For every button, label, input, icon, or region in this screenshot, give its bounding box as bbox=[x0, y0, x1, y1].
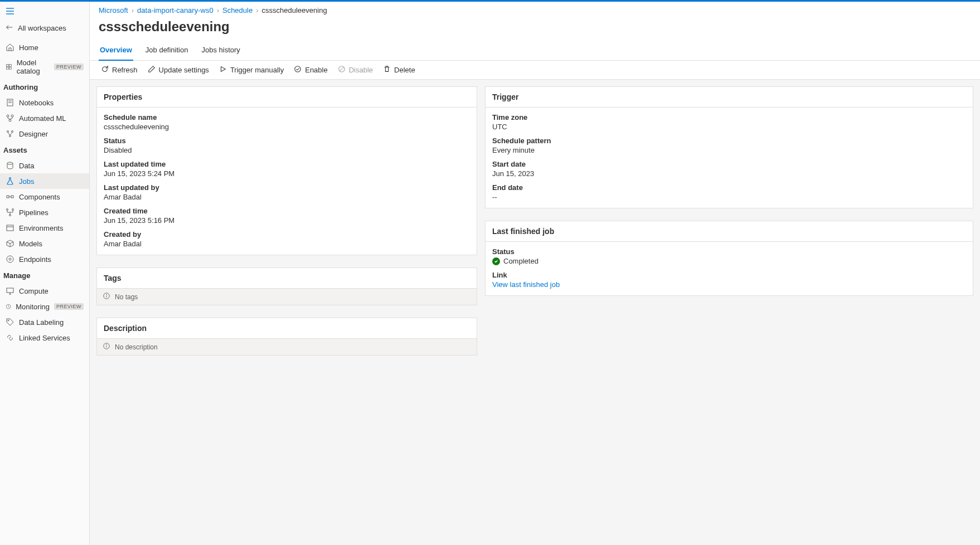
delete-button[interactable]: Delete bbox=[383, 65, 415, 75]
tags-header: Tags bbox=[97, 268, 477, 289]
last-finished-job-card: Last finished job Status Completed Link … bbox=[485, 221, 973, 296]
svg-rect-30 bbox=[7, 288, 13, 293]
view-last-finished-job-link[interactable]: View last finished job bbox=[492, 280, 560, 289]
svg-point-14 bbox=[7, 131, 9, 133]
last-updated-label: Last updated time bbox=[104, 160, 470, 168]
sidebar-item-label: Pipelines bbox=[19, 208, 48, 217]
updated-by-value: Amar Badal bbox=[104, 193, 470, 201]
sidebar-item-notebooks[interactable]: Notebooks bbox=[0, 95, 89, 110]
last-updated-value: Jun 15, 2023 5:24 PM bbox=[104, 169, 470, 178]
sidebar-item-environments[interactable]: Environments bbox=[0, 220, 89, 236]
breadcrumb: Microsoft › data-import-canary-ws0 › Sch… bbox=[90, 2, 980, 14]
properties-header: Properties bbox=[97, 87, 477, 108]
svg-point-24 bbox=[12, 209, 14, 211]
home-icon bbox=[6, 43, 14, 52]
data-icon bbox=[6, 161, 14, 170]
disable-label: Disable bbox=[349, 66, 373, 74]
schedule-pattern-label: Schedule pattern bbox=[492, 137, 966, 145]
tab-overview[interactable]: Overview bbox=[99, 42, 133, 61]
sidebar-item-pipelines[interactable]: Pipelines bbox=[0, 205, 89, 220]
sidebar: All workspaces Home Model catalog PREVIE… bbox=[0, 2, 90, 545]
disable-button: Disable bbox=[338, 65, 373, 75]
created-by-label: Created by bbox=[104, 230, 470, 239]
schedule-name-label: Schedule name bbox=[104, 113, 470, 121]
svg-point-29 bbox=[9, 258, 11, 260]
hamburger-icon[interactable] bbox=[6, 8, 14, 17]
end-date-label: End date bbox=[492, 183, 966, 192]
sidebar-item-label: Linked Services bbox=[19, 334, 70, 342]
all-workspaces-label: All workspaces bbox=[18, 24, 66, 32]
sidebar-item-jobs[interactable]: Jobs bbox=[0, 173, 89, 189]
trigger-manually-button[interactable]: Trigger manually bbox=[219, 65, 284, 75]
catalog-icon bbox=[6, 62, 12, 71]
svg-point-11 bbox=[7, 115, 9, 117]
tab-job-definition[interactable]: Job definition bbox=[144, 42, 190, 60]
start-date-label: Start date bbox=[492, 160, 966, 168]
sidebar-item-label: Home bbox=[19, 43, 38, 52]
sidebar-item-model-catalog[interactable]: Model catalog PREVIEW bbox=[0, 55, 89, 79]
chevron-right-icon: › bbox=[256, 6, 258, 14]
end-date-value: -- bbox=[492, 193, 966, 201]
enable-button[interactable]: Enable bbox=[294, 65, 327, 75]
sidebar-item-home[interactable]: Home bbox=[0, 40, 89, 55]
environment-icon bbox=[6, 223, 14, 232]
tags-card: Tags No tags bbox=[96, 267, 477, 305]
svg-rect-6 bbox=[6, 67, 8, 70]
update-settings-label: Update settings bbox=[159, 66, 209, 74]
sidebar-item-data[interactable]: Data bbox=[0, 158, 89, 173]
svg-point-25 bbox=[9, 215, 11, 216]
sidebar-item-label: Endpoints bbox=[19, 255, 51, 264]
schedule-pattern-value: Every minute bbox=[492, 146, 966, 154]
sidebar-item-linked-services[interactable]: Linked Services bbox=[0, 330, 89, 346]
svg-point-13 bbox=[9, 119, 11, 121]
section-header-assets: Assets bbox=[0, 142, 89, 158]
edit-icon bbox=[148, 65, 156, 75]
last-job-status-label: Status bbox=[492, 247, 966, 256]
svg-marker-35 bbox=[221, 67, 225, 72]
pipeline-icon bbox=[6, 208, 14, 217]
breadcrumb-schedule[interactable]: Schedule bbox=[222, 6, 253, 14]
trash-icon bbox=[383, 65, 391, 75]
sidebar-item-monitoring[interactable]: Monitoring PREVIEW bbox=[0, 299, 89, 314]
chevron-right-icon: › bbox=[132, 6, 134, 14]
labeling-icon bbox=[6, 318, 14, 327]
tab-jobs-history[interactable]: Jobs history bbox=[200, 42, 241, 60]
sidebar-item-designer[interactable]: Designer bbox=[0, 126, 89, 142]
sidebar-item-components[interactable]: Components bbox=[0, 189, 89, 205]
svg-point-19 bbox=[7, 162, 13, 164]
monitoring-icon bbox=[6, 302, 11, 311]
svg-point-44 bbox=[106, 344, 107, 345]
update-settings-button[interactable]: Update settings bbox=[148, 65, 209, 75]
block-icon bbox=[338, 65, 346, 75]
created-time-value: Jun 15, 2023 5:16 PM bbox=[104, 216, 470, 225]
flask-icon bbox=[6, 177, 14, 186]
svg-point-34 bbox=[8, 320, 9, 321]
description-card: Description No description bbox=[96, 318, 477, 356]
arrow-left-icon bbox=[6, 23, 13, 33]
description-empty-row: No description bbox=[97, 339, 477, 355]
sidebar-item-endpoints[interactable]: Endpoints bbox=[0, 251, 89, 267]
last-job-status-value: Completed bbox=[503, 257, 538, 265]
sidebar-item-data-labeling[interactable]: Data Labeling bbox=[0, 314, 89, 330]
refresh-icon bbox=[101, 65, 109, 75]
breadcrumb-microsoft[interactable]: Microsoft bbox=[99, 6, 128, 14]
trigger-header: Trigger bbox=[486, 87, 973, 108]
sidebar-item-automl[interactable]: Automated ML bbox=[0, 110, 89, 126]
svg-line-17 bbox=[8, 133, 10, 135]
enable-label: Enable bbox=[305, 66, 327, 74]
refresh-button[interactable]: Refresh bbox=[101, 65, 138, 75]
sidebar-item-models[interactable]: Models bbox=[0, 236, 89, 251]
info-icon bbox=[103, 342, 110, 352]
designer-icon bbox=[6, 129, 14, 138]
sidebar-item-label: Monitoring bbox=[16, 303, 50, 311]
trigger-label: Trigger manually bbox=[230, 66, 284, 74]
refresh-label: Refresh bbox=[112, 66, 138, 74]
svg-line-18 bbox=[10, 133, 12, 135]
schedule-name-value: cssscheduleevening bbox=[104, 123, 470, 131]
svg-rect-21 bbox=[11, 196, 13, 198]
sidebar-item-label: Data bbox=[19, 162, 34, 170]
svg-point-15 bbox=[12, 131, 13, 133]
breadcrumb-workspace[interactable]: data-import-canary-ws0 bbox=[137, 6, 214, 14]
sidebar-item-compute[interactable]: Compute bbox=[0, 283, 89, 299]
all-workspaces-link[interactable]: All workspaces bbox=[0, 19, 89, 40]
